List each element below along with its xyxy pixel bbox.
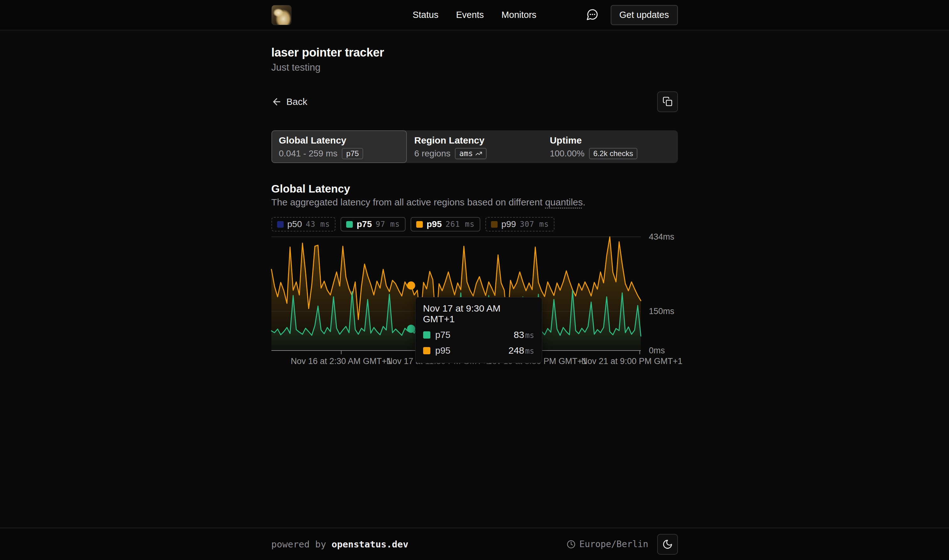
metric-tabs: Global Latency 0.041 - 259 ms p75 Region… bbox=[271, 130, 678, 163]
latency-chart[interactable]: 434ms 150ms 0ms Nov 16 at 2:30 AM GMT+1 … bbox=[271, 237, 678, 369]
section-title: Global Latency bbox=[271, 183, 678, 195]
logo-image[interactable] bbox=[271, 5, 292, 25]
chat-bubble-icon bbox=[586, 8, 599, 22]
tab-value: 0.041 - 259 ms bbox=[279, 149, 338, 158]
tab-value: 100.00% bbox=[550, 149, 584, 158]
hover-dot-p75 bbox=[407, 325, 415, 333]
legend-chip-p99[interactable]: p99 307 ms bbox=[485, 217, 554, 231]
p50-swatch bbox=[277, 221, 284, 228]
trending-up-icon bbox=[475, 150, 482, 157]
main-content: laser pointer tracker Just testing Back bbox=[0, 31, 949, 528]
tooltip-row-p75: p75 83ms bbox=[423, 329, 534, 340]
x-axis-tick: Nov 21 at 9:00 PM GMT+1 bbox=[581, 357, 683, 366]
legend-chip-p50[interactable]: p50 43 ms bbox=[271, 217, 336, 231]
get-updates-button[interactable]: Get updates bbox=[611, 5, 678, 25]
p95-swatch bbox=[416, 221, 423, 228]
status-page: Status Events Monitors Get updates bbox=[0, 0, 949, 560]
moon-icon bbox=[662, 539, 673, 550]
tab-uptime[interactable]: Uptime 100.00% 6.2k checks bbox=[542, 130, 678, 163]
tooltip-row-p95: p95 248ms bbox=[423, 345, 534, 356]
copy-link-button[interactable] bbox=[657, 91, 678, 112]
copy-icon bbox=[663, 97, 672, 108]
back-label: Back bbox=[286, 97, 308, 107]
arrow-left-icon bbox=[271, 97, 282, 107]
tooltip-timestamp: Nov 17 at 9:30 AM GMT+1 bbox=[423, 303, 534, 325]
powered-by: powered by openstatus.dev bbox=[271, 539, 409, 550]
tab-global-latency[interactable]: Global Latency 0.041 - 259 ms p75 bbox=[271, 130, 407, 163]
page-title: laser pointer tracker bbox=[271, 46, 678, 59]
y-axis-tick: 434ms bbox=[649, 232, 674, 242]
chart-legend: p50 43 ms p75 97 ms p95 261 ms p99 307 m… bbox=[271, 217, 678, 231]
section-description: The aggregated latency from all active r… bbox=[271, 197, 678, 208]
quantile-badge: p75 bbox=[342, 148, 363, 159]
y-axis-tick: 150ms bbox=[649, 306, 674, 316]
p95-swatch bbox=[423, 347, 431, 354]
tab-title: Region Latency bbox=[414, 135, 535, 146]
timezone-indicator: Europe/Berlin bbox=[567, 539, 648, 549]
theme-toggle-button[interactable] bbox=[657, 534, 678, 555]
p99-swatch bbox=[491, 221, 498, 228]
p75-swatch bbox=[346, 221, 353, 228]
nav-item-status[interactable]: Status bbox=[412, 10, 438, 20]
x-axis-tick: Nov 16 at 2:30 AM GMT+1 bbox=[291, 357, 391, 366]
top-navbar: Status Events Monitors Get updates bbox=[0, 0, 949, 31]
page-subtitle: Just testing bbox=[271, 62, 678, 73]
checks-badge: 6.2k checks bbox=[589, 148, 638, 159]
tab-region-latency[interactable]: Region Latency 6 regions ams bbox=[407, 130, 542, 163]
legend-chip-p75[interactable]: p75 97 ms bbox=[340, 217, 406, 231]
legend-chip-p95[interactable]: p95 261 ms bbox=[411, 217, 480, 231]
main-nav: Status Events Monitors bbox=[412, 0, 536, 30]
back-button[interactable]: Back bbox=[271, 97, 308, 107]
nav-item-monitors[interactable]: Monitors bbox=[501, 10, 536, 20]
quantiles-link[interactable]: quantiles bbox=[545, 197, 583, 207]
feedback-chat-button[interactable] bbox=[586, 8, 599, 22]
tab-title: Uptime bbox=[550, 135, 670, 146]
hover-dot-p95 bbox=[407, 282, 415, 289]
p75-swatch bbox=[423, 331, 431, 338]
chart-tooltip: Nov 17 at 9:30 AM GMT+1 p75 83ms p95 248… bbox=[415, 297, 542, 363]
tab-value: 6 regions bbox=[414, 149, 451, 158]
nav-item-events[interactable]: Events bbox=[456, 10, 484, 20]
region-badge: ams bbox=[455, 148, 487, 159]
y-axis-tick: 0ms bbox=[649, 346, 665, 355]
openstatus-link[interactable]: openstatus.dev bbox=[332, 539, 408, 550]
clock-icon bbox=[567, 540, 575, 549]
footer: powered by openstatus.dev Europe/Berlin bbox=[0, 528, 949, 560]
tab-title: Global Latency bbox=[279, 135, 399, 146]
